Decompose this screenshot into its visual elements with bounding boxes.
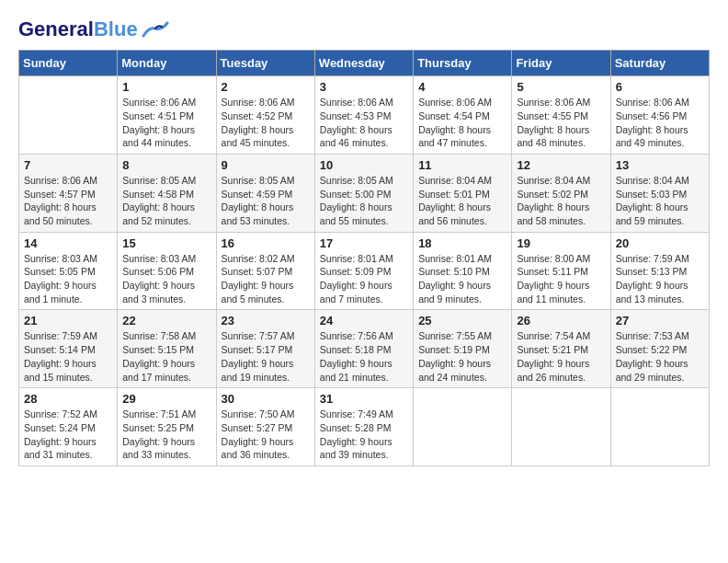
calendar-cell: 7Sunrise: 8:06 AM Sunset: 4:57 PM Daylig… bbox=[19, 154, 118, 232]
day-info: Sunrise: 8:01 AM Sunset: 5:09 PM Dayligh… bbox=[320, 252, 408, 306]
day-info: Sunrise: 8:03 AM Sunset: 5:05 PM Dayligh… bbox=[24, 252, 112, 306]
calendar-cell: 3Sunrise: 8:06 AM Sunset: 4:53 PM Daylig… bbox=[314, 76, 413, 155]
day-number: 10 bbox=[320, 158, 408, 172]
day-info: Sunrise: 8:05 AM Sunset: 5:00 PM Dayligh… bbox=[320, 174, 408, 228]
calendar-cell: 11Sunrise: 8:04 AM Sunset: 5:01 PM Dayli… bbox=[414, 154, 512, 232]
day-info: Sunrise: 8:03 AM Sunset: 5:06 PM Dayligh… bbox=[122, 252, 210, 306]
day-number: 13 bbox=[616, 158, 704, 172]
day-number: 27 bbox=[616, 314, 704, 327]
calendar-cell: 9Sunrise: 8:05 AM Sunset: 4:59 PM Daylig… bbox=[216, 154, 314, 232]
logo-text: GeneralBlue bbox=[18, 18, 138, 40]
calendar-cell: 8Sunrise: 8:05 AM Sunset: 4:58 PM Daylig… bbox=[118, 154, 216, 232]
day-info: Sunrise: 7:58 AM Sunset: 5:15 PM Dayligh… bbox=[122, 329, 210, 384]
day-number: 3 bbox=[320, 80, 408, 94]
logo-bird-icon bbox=[142, 19, 169, 40]
day-number: 20 bbox=[616, 236, 704, 250]
calendar-cell: 26Sunrise: 7:54 AM Sunset: 5:21 PM Dayli… bbox=[512, 310, 610, 388]
calendar-week-1: 1Sunrise: 8:06 AM Sunset: 4:51 PM Daylig… bbox=[19, 76, 710, 155]
day-info: Sunrise: 7:55 AM Sunset: 5:19 PM Dayligh… bbox=[418, 329, 506, 384]
day-number: 26 bbox=[517, 314, 605, 327]
header-wednesday: Wednesday bbox=[314, 51, 413, 76]
logo-text-blue: Blue bbox=[94, 17, 138, 40]
day-number: 15 bbox=[122, 236, 210, 250]
calendar-week-3: 14Sunrise: 8:03 AM Sunset: 5:05 PM Dayli… bbox=[19, 232, 710, 310]
day-number: 9 bbox=[222, 158, 310, 172]
day-info: Sunrise: 7:49 AM Sunset: 5:28 PM Dayligh… bbox=[320, 408, 408, 462]
day-number: 6 bbox=[616, 80, 704, 94]
calendar-cell: 27Sunrise: 7:53 AM Sunset: 5:22 PM Dayli… bbox=[610, 310, 709, 388]
day-number: 22 bbox=[122, 314, 210, 327]
day-number: 28 bbox=[24, 392, 112, 406]
logo: GeneralBlue bbox=[18, 18, 169, 40]
calendar-cell: 4Sunrise: 8:06 AM Sunset: 4:54 PM Daylig… bbox=[414, 76, 512, 155]
header-sunday: Sunday bbox=[19, 51, 118, 76]
day-number: 7 bbox=[24, 158, 112, 172]
calendar-cell bbox=[414, 388, 512, 466]
day-number: 4 bbox=[418, 80, 506, 94]
header-friday: Friday bbox=[512, 51, 610, 76]
day-info: Sunrise: 8:06 AM Sunset: 4:56 PM Dayligh… bbox=[616, 96, 704, 150]
day-info: Sunrise: 7:54 AM Sunset: 5:21 PM Dayligh… bbox=[517, 329, 605, 384]
day-info: Sunrise: 8:06 AM Sunset: 4:55 PM Dayligh… bbox=[517, 96, 605, 150]
calendar-cell: 28Sunrise: 7:52 AM Sunset: 5:24 PM Dayli… bbox=[19, 388, 118, 466]
day-info: Sunrise: 8:06 AM Sunset: 4:57 PM Dayligh… bbox=[24, 174, 112, 228]
day-info: Sunrise: 8:04 AM Sunset: 5:01 PM Dayligh… bbox=[418, 174, 506, 228]
page-header: GeneralBlue bbox=[18, 18, 710, 40]
calendar-cell: 1Sunrise: 8:06 AM Sunset: 4:51 PM Daylig… bbox=[118, 76, 216, 155]
day-number: 23 bbox=[222, 314, 310, 327]
calendar-cell: 2Sunrise: 8:06 AM Sunset: 4:52 PM Daylig… bbox=[216, 76, 314, 155]
day-info: Sunrise: 8:05 AM Sunset: 4:58 PM Dayligh… bbox=[122, 174, 210, 228]
calendar-cell: 22Sunrise: 7:58 AM Sunset: 5:15 PM Dayli… bbox=[118, 310, 216, 388]
day-info: Sunrise: 7:56 AM Sunset: 5:18 PM Dayligh… bbox=[320, 329, 408, 384]
day-info: Sunrise: 8:01 AM Sunset: 5:10 PM Dayligh… bbox=[418, 252, 506, 306]
calendar-cell: 21Sunrise: 7:59 AM Sunset: 5:14 PM Dayli… bbox=[19, 310, 118, 388]
calendar-header-row: SundayMondayTuesdayWednesdayThursdayFrid… bbox=[19, 51, 710, 76]
calendar-cell bbox=[610, 388, 709, 466]
day-number: 8 bbox=[122, 158, 210, 172]
calendar-cell: 12Sunrise: 8:04 AM Sunset: 5:02 PM Dayli… bbox=[512, 154, 610, 232]
calendar-table: SundayMondayTuesdayWednesdayThursdayFrid… bbox=[18, 50, 710, 466]
calendar-week-5: 28Sunrise: 7:52 AM Sunset: 5:24 PM Dayli… bbox=[19, 388, 710, 466]
calendar-cell: 23Sunrise: 7:57 AM Sunset: 5:17 PM Dayli… bbox=[216, 310, 314, 388]
day-info: Sunrise: 7:53 AM Sunset: 5:22 PM Dayligh… bbox=[616, 329, 704, 384]
day-number: 17 bbox=[320, 236, 408, 250]
day-number: 25 bbox=[418, 314, 506, 327]
day-number: 31 bbox=[320, 392, 408, 406]
day-number: 21 bbox=[24, 314, 112, 327]
calendar-cell bbox=[512, 388, 610, 466]
day-info: Sunrise: 7:51 AM Sunset: 5:25 PM Dayligh… bbox=[122, 408, 210, 462]
day-info: Sunrise: 8:05 AM Sunset: 4:59 PM Dayligh… bbox=[222, 174, 310, 228]
day-info: Sunrise: 7:57 AM Sunset: 5:17 PM Dayligh… bbox=[222, 329, 310, 384]
day-info: Sunrise: 7:59 AM Sunset: 5:14 PM Dayligh… bbox=[24, 329, 112, 384]
calendar-cell: 17Sunrise: 8:01 AM Sunset: 5:09 PM Dayli… bbox=[314, 232, 413, 310]
header-monday: Monday bbox=[118, 51, 216, 76]
day-number: 29 bbox=[122, 392, 210, 406]
day-number: 1 bbox=[122, 80, 210, 94]
day-number: 19 bbox=[517, 236, 605, 250]
calendar-cell: 15Sunrise: 8:03 AM Sunset: 5:06 PM Dayli… bbox=[118, 232, 216, 310]
calendar-cell: 25Sunrise: 7:55 AM Sunset: 5:19 PM Dayli… bbox=[414, 310, 512, 388]
day-info: Sunrise: 8:06 AM Sunset: 4:52 PM Dayligh… bbox=[222, 96, 310, 150]
calendar-cell: 31Sunrise: 7:49 AM Sunset: 5:28 PM Dayli… bbox=[314, 388, 413, 466]
day-number: 24 bbox=[320, 314, 408, 327]
calendar-cell: 10Sunrise: 8:05 AM Sunset: 5:00 PM Dayli… bbox=[314, 154, 413, 232]
day-number: 12 bbox=[517, 158, 605, 172]
calendar-cell: 20Sunrise: 7:59 AM Sunset: 5:13 PM Dayli… bbox=[610, 232, 709, 310]
header-saturday: Saturday bbox=[610, 51, 709, 76]
day-number: 30 bbox=[222, 392, 310, 406]
calendar-week-2: 7Sunrise: 8:06 AM Sunset: 4:57 PM Daylig… bbox=[19, 154, 710, 232]
day-info: Sunrise: 8:06 AM Sunset: 4:53 PM Dayligh… bbox=[320, 96, 408, 150]
day-number: 14 bbox=[24, 236, 112, 250]
calendar-cell: 19Sunrise: 8:00 AM Sunset: 5:11 PM Dayli… bbox=[512, 232, 610, 310]
day-info: Sunrise: 8:04 AM Sunset: 5:02 PM Dayligh… bbox=[517, 174, 605, 228]
day-info: Sunrise: 7:52 AM Sunset: 5:24 PM Dayligh… bbox=[24, 408, 112, 462]
day-info: Sunrise: 8:04 AM Sunset: 5:03 PM Dayligh… bbox=[616, 174, 704, 228]
calendar-cell: 14Sunrise: 8:03 AM Sunset: 5:05 PM Dayli… bbox=[19, 232, 118, 310]
day-number: 11 bbox=[418, 158, 506, 172]
calendar-week-4: 21Sunrise: 7:59 AM Sunset: 5:14 PM Dayli… bbox=[19, 310, 710, 388]
calendar-cell: 24Sunrise: 7:56 AM Sunset: 5:18 PM Dayli… bbox=[314, 310, 413, 388]
day-info: Sunrise: 7:59 AM Sunset: 5:13 PM Dayligh… bbox=[616, 252, 704, 306]
calendar-cell: 29Sunrise: 7:51 AM Sunset: 5:25 PM Dayli… bbox=[118, 388, 216, 466]
day-info: Sunrise: 7:50 AM Sunset: 5:27 PM Dayligh… bbox=[222, 408, 310, 462]
day-info: Sunrise: 8:06 AM Sunset: 4:51 PM Dayligh… bbox=[122, 96, 210, 150]
